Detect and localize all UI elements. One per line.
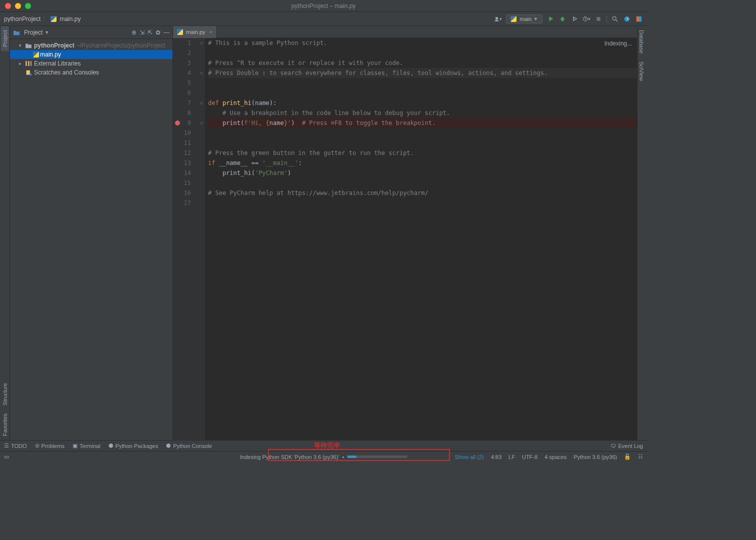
gutter-line[interactable]: 16 bbox=[173, 188, 198, 198]
chevron-down-icon: ▼ bbox=[534, 16, 538, 22]
collapse-all-icon[interactable]: ⇱ bbox=[148, 29, 152, 36]
expand-all-icon[interactable]: ⇲ bbox=[140, 29, 144, 36]
gutter-line[interactable]: 1 bbox=[173, 38, 198, 48]
gutter-line[interactable]: 14 bbox=[173, 168, 198, 178]
profiler-button[interactable]: ▾ bbox=[582, 15, 590, 23]
separator bbox=[606, 15, 607, 23]
project-panel: Project ▼ ⊕ ⇲ ⇱ ✿ — ▾ pythonProject ~/Py… bbox=[10, 26, 173, 440]
sciview-tool-button[interactable]: SciView bbox=[638, 58, 646, 85]
status-line-sep[interactable]: LF bbox=[508, 454, 515, 460]
debug-button[interactable] bbox=[558, 15, 566, 23]
event-log-button[interactable]: 🗨Event Log bbox=[610, 443, 643, 449]
project-panel-header: Project ▼ ⊕ ⇲ ⇱ ✿ — bbox=[10, 26, 172, 39]
tree-file-label: main.py bbox=[40, 50, 61, 59]
python-file-icon bbox=[50, 16, 56, 22]
close-window-button[interactable] bbox=[5, 3, 11, 9]
status-progress[interactable]: Indexing Python SDK 'Python 3.6 (py36)' … bbox=[240, 454, 408, 460]
breadcrumb[interactable]: pythonProject 〉 main.py bbox=[4, 14, 80, 23]
titlebar: pythonProject – main.py bbox=[0, 0, 647, 12]
library-icon bbox=[25, 60, 32, 67]
chevron-down-icon[interactable]: ▼ bbox=[44, 30, 49, 35]
add-config-icon[interactable]: ▾ bbox=[494, 15, 502, 23]
svg-point-5 bbox=[29, 73, 32, 76]
run-button[interactable] bbox=[546, 15, 554, 23]
status-bar: ▭ Indexing Python SDK 'Python 3.6 (py36)… bbox=[0, 451, 647, 462]
database-tool-button[interactable]: Database bbox=[638, 26, 646, 58]
project-tree[interactable]: ▾ pythonProject ~/PycharmProjects/python… bbox=[10, 39, 172, 79]
close-tab-icon[interactable]: × bbox=[210, 29, 212, 35]
settings-icon[interactable]: ✿ bbox=[156, 29, 160, 36]
project-panel-title: Project bbox=[24, 29, 42, 36]
gutter[interactable]: 1 2 3 4 5 6 7 8 9 10 11 12 13 14 15 16 1… bbox=[173, 38, 198, 440]
coverage-button[interactable] bbox=[570, 15, 578, 23]
status-encoding[interactable]: UTF-8 bbox=[522, 454, 538, 460]
favorites-tool-button[interactable]: Favorites bbox=[1, 410, 9, 440]
caret-icon[interactable]: ▸ bbox=[19, 59, 25, 68]
status-cursor-pos[interactable]: 4:83 bbox=[491, 454, 502, 460]
search-button[interactable] bbox=[611, 15, 619, 23]
svg-rect-1 bbox=[596, 17, 600, 21]
editor-tab-main[interactable]: main.py × bbox=[173, 26, 217, 38]
breadcrumb-project[interactable]: pythonProject bbox=[4, 16, 40, 22]
code-view[interactable]: 1 2 3 4 5 6 7 8 9 10 11 12 13 14 15 16 1… bbox=[173, 38, 637, 440]
tree-root-path: ~/PycharmProjects/pythonProject bbox=[76, 41, 166, 50]
tree-scratches[interactable]: Scratches and Consoles bbox=[10, 68, 172, 77]
main-area: Project Structure Favorites Project ▼ ⊕ … bbox=[0, 26, 647, 440]
run-configuration-selector[interactable]: main ▼ bbox=[506, 14, 542, 24]
select-target-icon[interactable]: ⊕ bbox=[132, 29, 136, 36]
gutter-line[interactable]: 13 bbox=[173, 158, 198, 168]
main-toolbar: ▾ main ▼ ▾ bbox=[494, 14, 643, 24]
project-tool-button[interactable]: Project bbox=[1, 26, 9, 51]
structure-tool-button[interactable]: Structure bbox=[1, 379, 9, 410]
project-view-icon bbox=[13, 29, 20, 36]
fold-gutter[interactable]: ⊟ ⊟ ⊟ ⊟ bbox=[198, 38, 205, 440]
gutter-line[interactable]: 10 bbox=[173, 128, 198, 138]
caret-icon[interactable]: ▾ bbox=[19, 41, 25, 50]
status-notifications-icon[interactable]: ☷ bbox=[638, 454, 643, 460]
gutter-line[interactable]: 9 bbox=[173, 118, 198, 128]
gutter-line[interactable]: 6 bbox=[173, 88, 198, 98]
code-text[interactable]: # This is a sample Python script. # Pres… bbox=[205, 38, 637, 440]
gutter-line[interactable]: 3 bbox=[173, 58, 198, 68]
ide-scripting-button[interactable] bbox=[635, 15, 643, 23]
gutter-line[interactable]: 12 bbox=[173, 148, 198, 158]
gutter-line[interactable]: 8 bbox=[173, 108, 198, 118]
maximize-window-button[interactable] bbox=[25, 3, 31, 9]
status-indent[interactable]: 4 spaces bbox=[544, 454, 566, 460]
status-show-all[interactable]: Show all (2) bbox=[455, 454, 484, 460]
run-config-label: main bbox=[520, 16, 532, 22]
tree-external-label: External Libraries bbox=[34, 59, 80, 68]
python-packages-tool-button[interactable]: ⬢Python Packages bbox=[108, 442, 158, 449]
hide-panel-icon[interactable]: — bbox=[164, 29, 170, 36]
python-console-tool-button[interactable]: ⬢Python Console bbox=[166, 442, 212, 449]
tree-file-main[interactable]: main.py bbox=[10, 50, 172, 59]
status-expand-icon[interactable]: ▭ bbox=[4, 454, 9, 460]
breakpoint-icon[interactable] bbox=[175, 120, 180, 126]
tree-project-root[interactable]: ▾ pythonProject ~/PycharmProjects/python… bbox=[10, 41, 172, 50]
minimize-window-button[interactable] bbox=[15, 3, 21, 9]
gutter-line[interactable]: 17 bbox=[173, 198, 198, 208]
right-tool-strip: Database SciView bbox=[637, 26, 647, 440]
editor: main.py × Indexing... 1 2 3 4 5 6 7 8 9 … bbox=[173, 26, 637, 440]
editor-tabs: main.py × bbox=[173, 26, 637, 38]
gutter-line[interactable]: 11 bbox=[173, 138, 198, 148]
gutter-line[interactable]: 2 bbox=[173, 48, 198, 58]
todo-tool-button[interactable]: ☰TODO bbox=[4, 442, 27, 449]
status-interpreter[interactable]: Python 3.6 (py36) bbox=[574, 454, 617, 460]
sync-button[interactable] bbox=[623, 15, 631, 23]
problems-tool-button[interactable]: ⊘Problems bbox=[35, 442, 64, 449]
gutter-line[interactable]: 7 bbox=[173, 98, 198, 108]
gutter-line[interactable]: 15 bbox=[173, 178, 198, 188]
lock-icon[interactable]: 🔓 bbox=[624, 454, 631, 460]
left-tool-strip: Project Structure Favorites bbox=[0, 26, 10, 440]
folder-icon bbox=[25, 42, 32, 49]
python-icon bbox=[510, 16, 516, 22]
breadcrumb-file[interactable]: main.py bbox=[60, 16, 80, 22]
gutter-line[interactable]: 4 bbox=[173, 68, 198, 78]
indexing-banner: Indexing... bbox=[604, 40, 632, 47]
stop-button[interactable] bbox=[594, 15, 602, 23]
traffic-lights bbox=[0, 3, 31, 9]
terminal-tool-button[interactable]: ▣Terminal bbox=[72, 442, 100, 449]
tree-external-libraries[interactable]: ▸ External Libraries bbox=[10, 59, 172, 68]
gutter-line[interactable]: 5 bbox=[173, 78, 198, 88]
